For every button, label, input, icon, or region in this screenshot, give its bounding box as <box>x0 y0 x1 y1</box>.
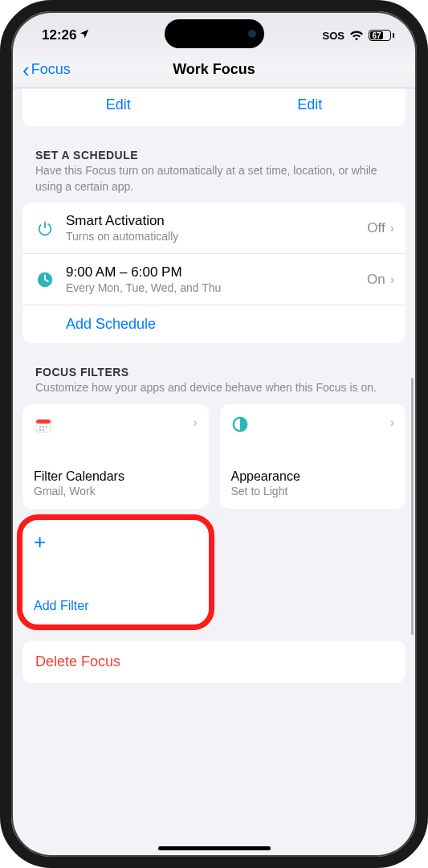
wifi-icon <box>349 31 364 41</box>
calendar-icon <box>34 416 53 435</box>
add-schedule-row[interactable]: Add Schedule <box>22 305 406 343</box>
delete-focus-label: Delete Focus <box>35 653 120 669</box>
smart-activation-sub: Turns on automatically <box>66 230 367 243</box>
appearance-title: Appearance <box>231 469 395 484</box>
svg-point-8 <box>39 429 41 431</box>
svg-point-9 <box>43 429 44 431</box>
add-schedule-label: Add Schedule <box>66 316 156 333</box>
chevron-left-icon: ‹ <box>22 59 30 80</box>
add-filter-label: Add Filter <box>34 599 198 613</box>
sos-label: SOS <box>323 30 344 42</box>
back-button[interactable]: ‹ Focus <box>22 59 71 80</box>
edit-left-button[interactable]: Edit <box>22 96 214 113</box>
chevron-right-icon: › <box>390 416 394 430</box>
time-schedule-row[interactable]: 9:00 AM – 6:00 PM Every Mon, Tue, Wed, a… <box>22 254 406 305</box>
time-schedule-value: On <box>367 272 385 288</box>
battery-icon: 67 <box>369 30 394 41</box>
smart-activation-value: Off <box>367 220 385 236</box>
status-time: 12:26 <box>42 27 76 43</box>
schedule-header: SET A SCHEDULE Have this Focus turn on a… <box>22 149 406 203</box>
scroll-indicator <box>411 378 414 635</box>
smart-activation-row[interactable]: Smart Activation Turns on automatically … <box>22 203 406 254</box>
home-indicator[interactable] <box>158 846 271 850</box>
filter-calendars-sub: Gmail, Work <box>34 485 198 497</box>
filter-calendars-title: Filter Calendars <box>34 469 198 484</box>
page-title: Work Focus <box>173 61 255 78</box>
filter-tiles: › Filter Calendars Gmail, Work › Appeara… <box>22 404 406 624</box>
add-filter-tile[interactable]: + Add Filter <box>22 520 209 624</box>
chevron-right-icon: › <box>390 272 394 287</box>
time-schedule-title: 9:00 AM – 6:00 PM <box>66 264 367 280</box>
nav-bar: ‹ Focus Work Focus <box>11 51 417 88</box>
top-edit-card: Edit Edit <box>22 88 406 126</box>
delete-focus-button[interactable]: Delete Focus <box>22 641 406 683</box>
svg-point-6 <box>43 426 44 428</box>
chevron-right-icon: › <box>390 221 394 235</box>
filters-title: FOCUS FILTERS <box>35 366 393 379</box>
time-schedule-sub: Every Mon, Tue, Wed, and Thu <box>66 281 367 294</box>
power-icon <box>34 219 56 237</box>
schedule-list: Smart Activation Turns on automatically … <box>22 203 406 343</box>
plus-icon: + <box>34 531 198 552</box>
back-label: Focus <box>31 61 71 78</box>
appearance-sub: Set to Light <box>231 485 395 497</box>
svg-point-5 <box>39 426 41 428</box>
filter-calendars-tile[interactable]: › Filter Calendars Gmail, Work <box>22 404 209 509</box>
clock-icon <box>34 271 56 289</box>
filters-desc: Customize how your apps and device behav… <box>35 380 393 396</box>
smart-activation-title: Smart Activation <box>66 213 367 229</box>
location-icon <box>79 27 90 43</box>
schedule-title: SET A SCHEDULE <box>35 149 393 162</box>
filters-header: FOCUS FILTERS Customize how your apps an… <box>22 366 406 404</box>
svg-rect-4 <box>36 420 51 424</box>
svg-point-7 <box>46 426 47 428</box>
edit-right-button[interactable]: Edit <box>214 96 406 113</box>
schedule-desc: Have this Focus turn on automatically at… <box>35 163 393 194</box>
appearance-icon <box>231 416 251 435</box>
chevron-right-icon: › <box>193 416 197 430</box>
appearance-tile[interactable]: › Appearance Set to Light <box>220 404 406 509</box>
